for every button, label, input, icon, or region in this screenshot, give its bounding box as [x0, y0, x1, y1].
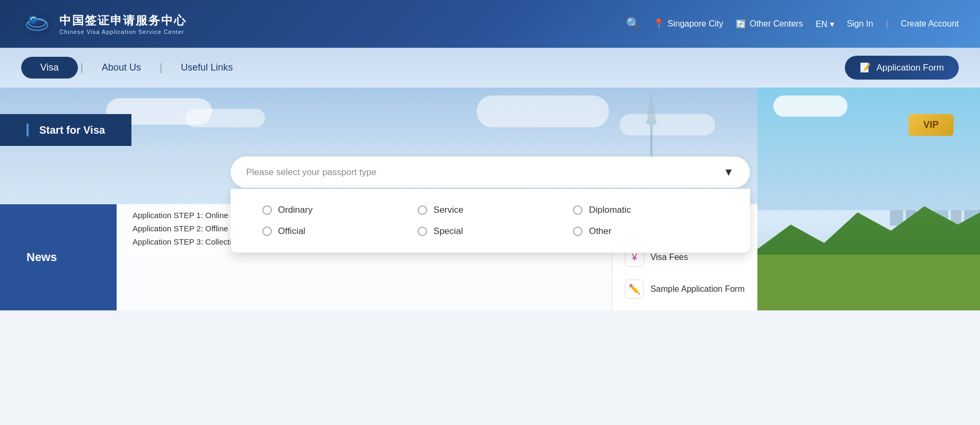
passport-option-special[interactable]: Special — [418, 226, 562, 237]
nav-right: 📝 Application Form — [845, 56, 959, 80]
radio-other[interactable] — [573, 227, 582, 236]
location-label: Singapore City — [668, 19, 723, 29]
svg-point-5 — [646, 119, 657, 125]
nav-item-visa[interactable]: Visa — [21, 57, 78, 79]
passport-option-ordinary[interactable]: Ordinary — [262, 205, 407, 215]
location-link[interactable]: 📍 Singapore City — [653, 18, 723, 30]
language-label: EN — [816, 20, 827, 29]
dropdown-arrow-icon: ▼ — [723, 166, 734, 178]
create-account-link[interactable]: Create Account — [901, 19, 959, 29]
start-visa-label: Start for Visa — [39, 124, 105, 136]
quick-link-sample-form[interactable]: ✏️ Sample Application Form — [625, 276, 745, 302]
special-label: Special — [434, 226, 463, 237]
other-centers-label: Other Centers — [749, 19, 802, 29]
scenery-cloud — [773, 96, 847, 117]
diplomatic-label: Diplomatic — [589, 205, 631, 215]
vip-label: VIP — [923, 119, 939, 130]
passport-option-official[interactable]: Official — [262, 226, 407, 237]
language-selector[interactable]: EN ▾ — [816, 19, 834, 29]
service-label: Service — [434, 205, 464, 215]
news-title-3: Application STEP 3: Collection — [133, 237, 240, 246]
radio-service[interactable] — [418, 205, 427, 215]
sign-in-label: Sign In — [847, 19, 873, 29]
search-icon[interactable]: 🔍 — [626, 17, 640, 31]
divider: | — [886, 19, 888, 29]
radio-official[interactable] — [262, 227, 272, 236]
svg-point-3 — [29, 15, 37, 24]
form-icon: 📝 — [860, 62, 871, 73]
other-centers-link[interactable]: 🔄 Other Centers — [736, 19, 802, 29]
sample-form-icon: ✏️ — [625, 280, 644, 299]
logo-area: 中国签证申请服务中心 Chinese Visa Application Serv… — [21, 8, 187, 40]
refresh-icon: 🔄 — [736, 19, 746, 29]
passport-option-service[interactable]: Service — [418, 205, 562, 215]
nav-bar: Visa | About Us | Useful Links 📝 Applica… — [0, 48, 980, 88]
nav-sep-1: | — [81, 62, 83, 74]
ordinary-label: Ordinary — [278, 205, 313, 215]
vip-badge[interactable]: VIP — [908, 114, 953, 136]
nav-item-about[interactable]: About Us — [86, 58, 157, 77]
cloud-2 — [186, 109, 265, 127]
other-label: Other — [589, 226, 612, 237]
radio-diplomatic[interactable] — [573, 205, 582, 215]
logo-text-block: 中国签证申请服务中心 Chinese Visa Application Serv… — [59, 13, 187, 35]
application-form-button[interactable]: 📝 Application Form — [845, 56, 959, 80]
cloud-4 — [620, 114, 715, 135]
application-form-label: Application Form — [876, 63, 944, 73]
scenery-field — [757, 255, 980, 310]
logo-icon — [21, 8, 53, 40]
nav-item-useful-links[interactable]: Useful Links — [165, 58, 249, 77]
sign-in-link[interactable]: Sign In — [847, 19, 873, 29]
location-pin-icon: 📍 — [653, 18, 665, 30]
passport-option-diplomatic[interactable]: Diplomatic — [573, 205, 718, 215]
passport-placeholder: Please select your passport type — [246, 167, 377, 178]
logo-chinese: 中国签证申请服务中心 — [59, 13, 187, 29]
passport-option-other[interactable]: Other — [573, 226, 718, 237]
radio-ordinary[interactable] — [262, 205, 272, 215]
official-label: Official — [278, 226, 306, 237]
news-label: News — [0, 204, 117, 310]
header-right: 🔍 📍 Singapore City 🔄 Other Centers EN ▾ … — [626, 17, 959, 31]
header: 中国签证申请服务中心 Chinese Visa Application Serv… — [0, 0, 980, 48]
chevron-down-icon: ▾ — [830, 20, 834, 29]
passport-options-panel: Ordinary Service Diplomatic Official Spe… — [231, 189, 750, 253]
passport-select[interactable]: Please select your passport type ▼ — [231, 157, 750, 188]
nav-sep-2: | — [160, 62, 162, 74]
cloud-3 — [476, 96, 609, 127]
visa-fees-label: Visa Fees — [650, 253, 688, 262]
passport-dropdown-container: Please select your passport type ▼ Ordin… — [231, 157, 750, 253]
start-visa-button[interactable]: Start for Visa — [0, 114, 131, 146]
hero-section: Start for Visa VIP Please select your pa… — [0, 88, 980, 310]
logo-english: Chinese Visa Application Service Center — [59, 29, 187, 35]
svg-marker-6 — [647, 90, 656, 119]
create-account-label: Create Account — [901, 19, 959, 29]
radio-special[interactable] — [418, 227, 427, 236]
sample-form-label: Sample Application Form — [650, 284, 745, 294]
